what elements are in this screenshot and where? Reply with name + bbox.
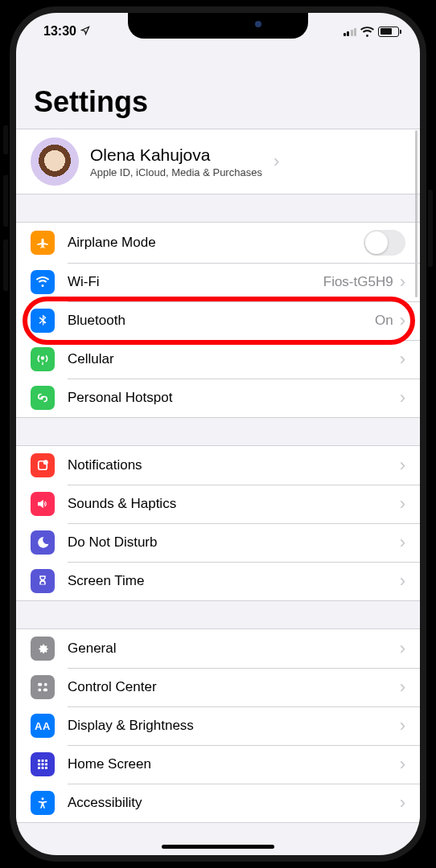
dnd-icon (31, 530, 55, 555)
svg-rect-6 (38, 760, 40, 762)
row-screen-time[interactable]: Screen Time › (16, 562, 420, 600)
row-label: Wi-Fi (68, 274, 323, 290)
row-label: Display & Brightness (68, 718, 400, 734)
chevron-right-icon: › (400, 495, 405, 513)
chevron-right-icon: › (400, 572, 405, 590)
row-general[interactable]: General › (16, 629, 420, 668)
profile-sub: Apple ID, iCloud, Media & Purchases (90, 166, 262, 178)
chevron-right-icon: › (400, 350, 405, 368)
row-accessibility[interactable]: Accessibility › (16, 784, 420, 822)
location-icon (80, 26, 90, 38)
row-do-not-disturb[interactable]: Do Not Disturb › (16, 523, 420, 562)
svg-rect-9 (38, 764, 40, 766)
connectivity-group: Airplane Mode Wi-Fi Fios-tG5H9 › (16, 222, 420, 418)
row-personal-hotspot[interactable]: Personal Hotspot › (16, 379, 420, 417)
chevron-right-icon: › (400, 534, 405, 551)
cell-signal-icon (343, 27, 357, 36)
profile-group: Olena Kahujova Apple ID, iCloud, Media &… (16, 129, 420, 194)
cellular-icon (31, 347, 55, 371)
general-group: General › Control Center › AA (16, 628, 420, 823)
row-label: Notifications (68, 457, 400, 473)
display-icon: AA (31, 714, 55, 738)
chevron-right-icon: › (400, 794, 405, 812)
wifi-icon (360, 27, 374, 37)
screentime-icon (31, 569, 55, 593)
status-time: 13:30 (43, 24, 76, 39)
row-label: Cellular (68, 351, 400, 367)
chevron-right-icon: › (400, 389, 405, 407)
row-home-screen[interactable]: Home Screen › (16, 745, 420, 784)
accessibility-icon (31, 791, 55, 815)
control-center-icon (31, 675, 55, 699)
svg-rect-7 (42, 760, 44, 762)
row-label: Control Center (68, 679, 400, 695)
svg-rect-8 (45, 760, 47, 762)
svg-rect-5 (43, 689, 47, 692)
row-display-brightness[interactable]: AA Display & Brightness › (16, 706, 420, 745)
notch (128, 13, 308, 39)
row-cellular[interactable]: Cellular › (16, 340, 420, 379)
notifications-icon (31, 453, 55, 477)
page-title: Settings (16, 50, 420, 129)
row-value: Fios-tG5H9 (323, 274, 393, 290)
chevron-right-icon: › (400, 640, 405, 657)
notifications-group: Notifications › Sounds & Haptics › (16, 445, 420, 601)
phone-frame: 13:30 Settings (10, 6, 426, 862)
row-bluetooth[interactable]: Bluetooth On › (16, 301, 420, 340)
bluetooth-icon (31, 309, 55, 333)
profile-row[interactable]: Olena Kahujova Apple ID, iCloud, Media &… (16, 129, 420, 194)
svg-rect-11 (45, 764, 47, 766)
svg-rect-2 (38, 683, 42, 686)
home-screen-icon (31, 752, 55, 776)
svg-point-4 (38, 689, 41, 692)
wifi-settings-icon (31, 270, 55, 294)
row-control-center[interactable]: Control Center › (16, 668, 420, 706)
avatar (31, 137, 79, 186)
svg-rect-10 (42, 764, 44, 766)
svg-point-1 (43, 460, 48, 465)
row-label: Screen Time (68, 573, 400, 589)
row-label: Home Screen (68, 756, 400, 772)
row-label: Bluetooth (68, 313, 375, 329)
general-icon (31, 637, 55, 661)
svg-rect-14 (45, 767, 47, 769)
hotspot-icon (31, 386, 55, 410)
chevron-right-icon: › (400, 717, 405, 735)
row-wifi[interactable]: Wi-Fi Fios-tG5H9 › (16, 263, 420, 301)
row-label: Sounds & Haptics (68, 496, 400, 512)
chevron-right-icon: › (400, 755, 405, 773)
row-label: Personal Hotspot (68, 390, 400, 406)
svg-point-3 (44, 683, 47, 686)
sounds-icon (31, 492, 55, 516)
chevron-right-icon: › (400, 312, 405, 330)
chevron-right-icon: › (400, 273, 405, 291)
svg-point-15 (42, 797, 44, 800)
home-indicator[interactable] (162, 845, 274, 849)
battery-icon (378, 27, 399, 37)
airplane-icon (31, 231, 55, 255)
row-sounds[interactable]: Sounds & Haptics › (16, 485, 420, 523)
row-label: Do Not Disturb (68, 534, 400, 551)
row-value: On (375, 313, 393, 329)
chevron-right-icon: › (400, 678, 405, 696)
airplane-toggle[interactable] (364, 230, 405, 256)
svg-rect-13 (42, 767, 44, 769)
svg-rect-12 (38, 767, 40, 769)
chevron-right-icon: › (400, 457, 405, 474)
row-label: Airplane Mode (68, 235, 364, 251)
row-label: Accessibility (68, 795, 400, 811)
profile-name: Olena Kahujova (90, 145, 262, 165)
row-label: General (68, 641, 400, 657)
row-airplane-mode[interactable]: Airplane Mode (16, 223, 420, 263)
chevron-right-icon: › (274, 153, 279, 170)
row-notifications[interactable]: Notifications › (16, 446, 420, 485)
